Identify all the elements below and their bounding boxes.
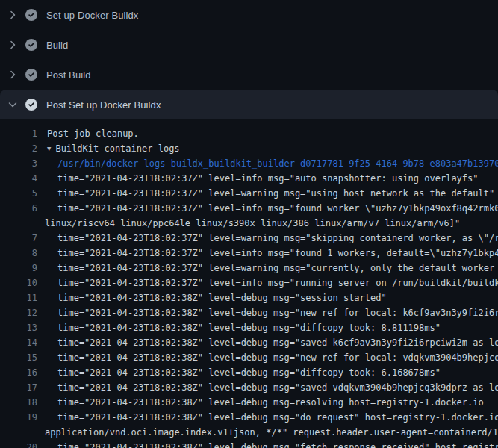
log-line-number: [0, 216, 37, 231]
log-line-text: time="2021-04-23T18:02:38Z" level=debug …: [37, 395, 484, 410]
log-line-number[interactable]: 4: [0, 171, 37, 186]
log-line-text: time="2021-04-23T18:02:37Z" level=warnin…: [37, 231, 498, 246]
check-circle-icon: [25, 99, 37, 111]
log-line-text: time="2021-04-23T18:02:37Z" level=warnin…: [37, 186, 494, 201]
log-line: 16 ▼ time="2021-04-23T18:02:38Z" level=d…: [0, 365, 498, 380]
log-line-text: time="2021-04-23T18:02:38Z" level=debug …: [37, 320, 441, 335]
log-lines: 1 ▼ Post job cleanup. 2 ▼ BuildKit conta…: [0, 119, 498, 448]
log-line-text: application/vnd.oci.image.index.v1+json,…: [37, 425, 498, 440]
check-circle-icon: [25, 69, 37, 81]
chevron-down-icon: [7, 99, 19, 111]
log-line: 3 ▼ /usr/bin/docker logs buildx_buildkit…: [0, 156, 498, 171]
log-command-text: /usr/bin/docker logs buildx_buildkit_bui…: [37, 156, 498, 171]
log-line-text: time="2021-04-23T18:02:38Z" level=debug …: [37, 410, 498, 425]
log-line: ▼ application/vnd.oci.image.index.v1+jso…: [0, 425, 498, 440]
chevron-right-icon: [7, 69, 19, 81]
step-row-set-up-docker-buildx[interactable]: Set up Docker Buildx: [0, 0, 498, 30]
log-line-text: time="2021-04-23T18:02:38Z" level=debug …: [37, 290, 387, 305]
log-line: 10 ▼ time="2021-04-23T18:02:37Z" level=i…: [0, 276, 498, 290]
log-line: 8 ▼ time="2021-04-23T18:02:37Z" level=in…: [0, 246, 498, 261]
log-line-number[interactable]: 12: [0, 305, 37, 320]
log-line-number[interactable]: 17: [0, 380, 37, 395]
log-line: 19 ▼ time="2021-04-23T18:02:38Z" level=d…: [0, 410, 498, 425]
log-line-text: time="2021-04-23T18:02:37Z" level=info m…: [37, 201, 498, 216]
chevron-right-icon: [7, 9, 19, 21]
log-line: 1 ▼ Post job cleanup.: [0, 126, 498, 141]
log-line-text: time="2021-04-23T18:02:37Z" level=info m…: [37, 246, 498, 261]
log-line-number: [0, 425, 37, 440]
log-line-number[interactable]: 7: [0, 231, 37, 246]
log-line: 13 ▼ time="2021-04-23T18:02:38Z" level=d…: [0, 320, 498, 335]
log-line-number[interactable]: 20: [0, 440, 37, 448]
log-line-number[interactable]: 6: [0, 201, 37, 216]
log-line-text: time="2021-04-23T18:02:37Z" level=info m…: [37, 276, 498, 290]
triangle-down-icon: ▼: [37, 141, 51, 156]
log-line-number[interactable]: 18: [0, 395, 37, 410]
log-line-number[interactable]: 1: [0, 126, 37, 141]
log-line: 4 ▼ time="2021-04-23T18:02:37Z" level=in…: [0, 171, 498, 186]
log-line-text: BuildKit container logs: [51, 141, 179, 156]
step-row-post-set-up-docker-buildx[interactable]: Post Set up Docker Buildx: [0, 90, 498, 119]
log-line-number[interactable]: 5: [0, 186, 37, 201]
log-group-toggle[interactable]: 2 ▼ BuildKit container logs: [0, 141, 498, 156]
log-line-number[interactable]: 16: [0, 365, 37, 380]
log-line-text: time="2021-04-23T18:02:38Z" level=debug …: [37, 335, 498, 350]
step-row-build[interactable]: Build: [0, 30, 498, 60]
log-line-text: time="2021-04-23T18:02:38Z" level=debug …: [37, 380, 498, 395]
log-line: 12 ▼ time="2021-04-23T18:02:38Z" level=d…: [0, 305, 498, 320]
log-line-text: time="2021-04-23T18:02:38Z" level=debug …: [37, 350, 498, 365]
log-line: 11 ▼ time="2021-04-23T18:02:38Z" level=d…: [0, 290, 498, 305]
log-line-number[interactable]: 11: [0, 290, 37, 305]
log-line: 5 ▼ time="2021-04-23T18:02:37Z" level=wa…: [0, 186, 498, 201]
step-label: Post Set up Docker Buildx: [46, 99, 161, 111]
chevron-right-icon: [7, 39, 19, 51]
log-line-number[interactable]: 9: [0, 261, 37, 276]
steps-list: Set up Docker Buildx Build: [0, 0, 498, 119]
check-circle-icon: [25, 39, 37, 51]
log-line-text: time="2021-04-23T18:02:38Z" level=debug …: [37, 440, 498, 448]
log-line-number[interactable]: 3: [0, 156, 37, 171]
log-line: 7 ▼ time="2021-04-23T18:02:37Z" level=wa…: [0, 231, 498, 246]
log-line: 6 ▼ time="2021-04-23T18:02:37Z" level=in…: [0, 201, 498, 216]
log-line-text: time="2021-04-23T18:02:37Z" level=warnin…: [37, 261, 498, 276]
log-line-number[interactable]: 15: [0, 350, 37, 365]
log-line: 9 ▼ time="2021-04-23T18:02:37Z" level=wa…: [0, 261, 498, 276]
step-label: Post Build: [46, 69, 91, 81]
log-line-text: Post job cleanup.: [37, 126, 139, 141]
check-circle-icon: [25, 9, 37, 21]
log-line-number[interactable]: 8: [0, 246, 37, 261]
step-label: Build: [46, 40, 68, 51]
log-line: 17 ▼ time="2021-04-23T18:02:38Z" level=d…: [0, 380, 498, 395]
log-line: 15 ▼ time="2021-04-23T18:02:38Z" level=d…: [0, 350, 498, 365]
log-line-text: time="2021-04-23T18:02:37Z" level=info m…: [37, 171, 479, 186]
log-line-number[interactable]: 2: [0, 141, 37, 156]
log-line-number[interactable]: 19: [0, 410, 37, 425]
log-line-number[interactable]: 10: [0, 276, 37, 290]
log-line-text: time="2021-04-23T18:02:38Z" level=debug …: [37, 365, 441, 380]
actions-log-viewer: Set up Docker Buildx Build: [0, 0, 498, 448]
log-line: 14 ▼ time="2021-04-23T18:02:38Z" level=d…: [0, 335, 498, 350]
step-row-post-build[interactable]: Post Build: [0, 60, 498, 90]
log-line-text: time="2021-04-23T18:02:38Z" level=debug …: [37, 305, 498, 320]
log-line: 18 ▼ time="2021-04-23T18:02:38Z" level=d…: [0, 395, 498, 410]
log-line: ▼ linux/riscv64 linux/ppc64le linux/s390…: [0, 216, 498, 231]
log-line-number[interactable]: 13: [0, 320, 37, 335]
log-line: 20 ▼ time="2021-04-23T18:02:38Z" level=d…: [0, 440, 498, 448]
log-line-text: linux/riscv64 linux/ppc64le linux/s390x …: [37, 216, 460, 231]
log-line-number[interactable]: 14: [0, 335, 37, 350]
step-label: Set up Docker Buildx: [46, 10, 138, 21]
